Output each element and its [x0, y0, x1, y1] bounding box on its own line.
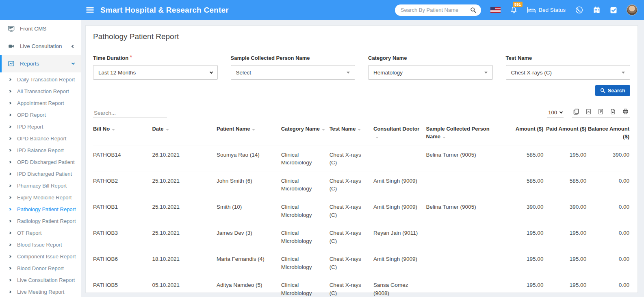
- sidebar: Front CMSLive ConsultationReports Daily …: [0, 20, 81, 297]
- sidebar-item-opd-discharged-patient[interactable]: OPD Discharged Patient: [0, 156, 81, 168]
- table-cell: Smith (10): [217, 198, 281, 224]
- table-cell: 195.00: [499, 224, 544, 250]
- column-header-label: Category Name: [281, 126, 320, 132]
- column-header-test-name[interactable]: Test Name: [330, 122, 373, 146]
- table-cell: [426, 224, 499, 250]
- sidebar-item-radiology-patient-report[interactable]: Radiology Patient Report: [0, 215, 81, 227]
- sidebar-item-label: All Transaction Report: [17, 88, 69, 94]
- sidebar-item-opd-balance-report[interactable]: OPD Balance Report: [0, 133, 81, 144]
- chevron-down-icon: [559, 110, 563, 114]
- search-button[interactable]: Search: [595, 85, 630, 96]
- table-row: PATHOB1426.10.2021Soumya Rao (14)Clinica…: [93, 146, 630, 172]
- whatsapp-icon[interactable]: [575, 6, 583, 14]
- table-cell: Belina Turner (9005): [426, 146, 499, 172]
- chevron-right-icon: [9, 173, 11, 175]
- column-header-category-name[interactable]: Category Name: [281, 122, 330, 146]
- table-row: PATHOB225.10.2021John Smith (6)Clinical …: [93, 172, 630, 198]
- table-cell: 195.00: [499, 250, 544, 276]
- filter-sample-collected-person-name-select[interactable]: Select: [231, 65, 356, 80]
- column-header-label: Amount ($): [516, 126, 544, 132]
- csv-icon[interactable]: [598, 108, 604, 115]
- sidebar-item-reports[interactable]: Reports: [0, 55, 81, 72]
- table-cell: PATHOB6: [93, 250, 152, 276]
- table-cell: 0.00: [587, 224, 630, 250]
- table-cell: Chest X-rays (C): [330, 198, 373, 224]
- sidebar-item-live-consultation-report[interactable]: Live Consultation Report: [0, 274, 81, 286]
- sidebar-item-daily-transaction-report[interactable]: Daily Transaction Report: [0, 74, 81, 85]
- filter-label: Category Name: [368, 54, 493, 61]
- filter-label: Test Name: [506, 54, 631, 61]
- filter-category-name-select[interactable]: Hematology: [368, 65, 493, 80]
- chevron-right-icon: [9, 208, 11, 211]
- sidebar-item-component-issue-report[interactable]: Component Issue Report: [0, 251, 81, 262]
- patient-search[interactable]: [395, 4, 481, 16]
- excel-icon[interactable]: [585, 108, 592, 115]
- table-cell: 0.00: [587, 250, 630, 276]
- sidebar-item-live-consultation[interactable]: Live Consultation: [0, 37, 81, 55]
- sidebar-item-expiry-medicine-report[interactable]: Expiry Medicine Report: [0, 192, 81, 203]
- required-marker: *: [130, 54, 132, 61]
- us-flag-icon[interactable]: [490, 7, 501, 13]
- table-cell: 195.00: [544, 224, 587, 250]
- sidebar-item-pharmacy-bill-report[interactable]: Pharmacy Bill Report: [0, 180, 81, 192]
- table-cell: Chest X-rays (C): [330, 224, 373, 250]
- filter-category-name: Category NameHematology: [368, 54, 493, 80]
- bed-status-button[interactable]: Bed Status: [527, 7, 566, 13]
- table-cell: Amit Singh (9009): [373, 250, 426, 276]
- column-header-label: Balance Amount ($): [588, 126, 629, 140]
- tasks-icon[interactable]: [610, 7, 617, 14]
- sort-icon: [252, 129, 255, 131]
- print-icon[interactable]: [622, 108, 629, 115]
- sidebar-item-blood-issue-report[interactable]: Blood Issue Report: [0, 239, 81, 251]
- column-header-date[interactable]: Date: [152, 122, 217, 146]
- filter-row: Time Duration*Last 12 MonthsSample Colle…: [86, 47, 637, 80]
- table-search-input[interactable]: [93, 108, 167, 118]
- column-header-label: Consultant Doctor: [373, 126, 419, 132]
- column-header-bill-no[interactable]: Bill No: [93, 122, 152, 146]
- table-cell: 26.10.2021: [152, 146, 217, 172]
- sidebar-item-label: IPD Report: [17, 124, 43, 130]
- filter-label-text: Time Duration: [93, 55, 128, 61]
- sidebar-item-blood-donor-report[interactable]: Blood Donor Report: [0, 262, 81, 274]
- sidebar-item-ipd-report[interactable]: IPD Report: [0, 121, 81, 133]
- column-header-sample-collected-person-name[interactable]: Sample Collected Person Name: [426, 122, 499, 146]
- search-icon[interactable]: [470, 7, 476, 13]
- table-cell: 585.00: [499, 172, 544, 198]
- column-header-consultant-doctor[interactable]: Consultant Doctor: [373, 122, 426, 146]
- column-header-label: Sample Collected Person Name: [426, 126, 490, 140]
- filter-test-name-select[interactable]: Chest X-rays (C): [506, 65, 631, 80]
- sidebar-item-ot-report[interactable]: OT Report: [0, 227, 81, 239]
- table-cell: PATHOB1: [93, 198, 152, 224]
- sidebar-item-appointment-report[interactable]: Appointment Report: [0, 97, 81, 109]
- table-cell: 18.10.2021: [152, 250, 217, 276]
- table-cell: Maria Fernandis (4): [217, 250, 281, 276]
- sidebar-main-menu: Front CMSLive ConsultationReports: [0, 20, 81, 72]
- filter-test-name: Test NameChest X-rays (C): [506, 54, 631, 80]
- sidebar-item-front-cms[interactable]: Front CMS: [0, 20, 81, 37]
- pdf-icon[interactable]: [610, 108, 616, 115]
- chevron-right-icon: [9, 231, 11, 234]
- table-cell: Amit Singh (9009): [373, 198, 426, 224]
- sidebar-item-live-meeting-report[interactable]: Live Meeting Report: [0, 286, 81, 297]
- sidebar-item-opd-report[interactable]: OPD Report: [0, 109, 81, 121]
- user-avatar[interactable]: [627, 4, 637, 15]
- table-cell: 390.00: [499, 198, 544, 224]
- sidebar-item-ipd-discharged-patient[interactable]: IPD Discharged Patient: [0, 168, 81, 180]
- sidebar-item-all-transaction-report[interactable]: All Transaction Report: [0, 85, 81, 97]
- table-cell: Clinical Microbiology: [281, 146, 330, 172]
- table-cell: PATHOB2: [93, 172, 152, 198]
- column-header-patient-name[interactable]: Patient Name: [217, 122, 281, 146]
- page-size-select[interactable]: 100: [547, 109, 564, 118]
- patient-search-input[interactable]: [400, 7, 467, 13]
- notifications-button[interactable]: 591: [510, 6, 518, 14]
- sort-icon: [322, 129, 325, 131]
- copy-icon[interactable]: [573, 108, 579, 115]
- sidebar-item-label: Expiry Medicine Report: [17, 194, 72, 201]
- menu-icon[interactable]: [86, 7, 94, 13]
- bed-icon: [527, 7, 536, 13]
- selected-value: Select: [236, 70, 252, 76]
- sidebar-item-pathology-patient-report[interactable]: Pathology Patient Report: [0, 203, 81, 215]
- sidebar-item-ipd-balance-report[interactable]: IPD Balance Report: [0, 144, 81, 156]
- calendar-icon[interactable]: [593, 6, 601, 14]
- filter-time-duration-select[interactable]: Last 12 Months: [93, 65, 218, 80]
